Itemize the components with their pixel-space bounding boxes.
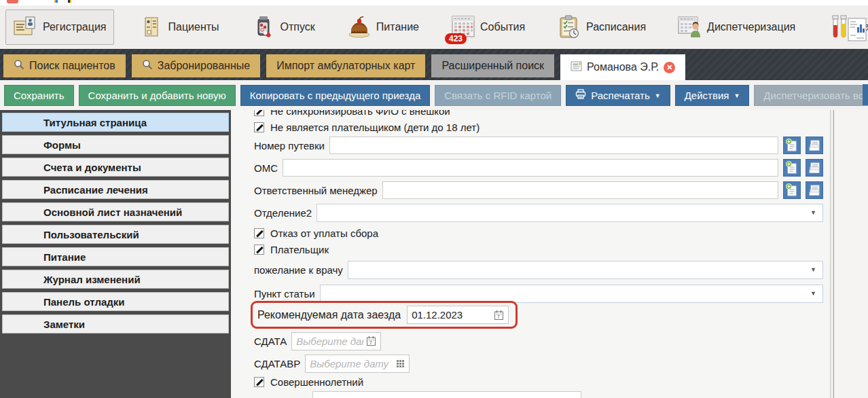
save-button[interactable]: Сохранить (4, 85, 74, 106)
chevron-down-icon: ▼ (810, 209, 816, 216)
sidebar-item-label: Заметки (43, 319, 85, 330)
manager-input[interactable] (382, 181, 778, 199)
recommended-date-input[interactable]: 7 (407, 306, 509, 324)
patients-icon (139, 14, 164, 41)
form-row: Номер путевки (254, 136, 823, 155)
content-area: Титульная страница Формы Счета и докумен… (0, 110, 868, 398)
sidebar-item-label: Расписание лечения (43, 184, 148, 196)
sidebar-item-debug-panel[interactable]: Панель отладки (2, 292, 229, 311)
dispatch-all-button[interactable]: Диспетчеризовать все (754, 85, 868, 106)
chrome-icon-fragment (54, 0, 58, 3)
form-row: СДАТА 7 (254, 331, 823, 350)
sidebar-item-title-page[interactable]: Титульная страница (2, 113, 229, 132)
toolbar-item-patients[interactable]: Пациенты (132, 10, 226, 44)
not-payer-checkbox[interactable] (254, 122, 264, 132)
sidebar-item-label: Панель отладки (43, 296, 125, 308)
link-rfid-button[interactable]: Связать с RFID картой (435, 85, 561, 106)
article-dropdown[interactable]: ▼ (320, 285, 823, 303)
toolbar-item-registration[interactable]: Регистрация (5, 10, 114, 45)
tab-advanced-search[interactable]: Расширенный поиск (431, 54, 554, 77)
tab-import-cards[interactable]: Импорт амбулаторных карт (266, 54, 425, 77)
registration-icon (13, 14, 39, 41)
button-label: Сохранить и добавить новую (88, 90, 226, 101)
save-and-add-button[interactable]: Сохранить и добавить новую (79, 85, 236, 106)
doctor-wish-dropdown[interactable]: ▼ (348, 261, 823, 279)
tab-reserved[interactable]: Забронированные (132, 54, 260, 77)
actions-menu-button[interactable]: Действия ▼ (675, 85, 750, 106)
toolbar-label: События (480, 21, 525, 33)
sdata-input[interactable]: 7 (291, 332, 381, 350)
form-row: Совершеннолетний (254, 376, 823, 388)
button-label: Сохранить (14, 90, 65, 101)
toolbar-item-food[interactable]: Питание (340, 10, 426, 44)
cake-icon (346, 14, 372, 41)
toolbar-item-vacation[interactable]: Отпуск (244, 10, 322, 44)
tab-label: Расширенный поиск (441, 60, 544, 72)
voucher-input[interactable] (329, 137, 778, 154)
sidebar-item-label: Пользовательский (43, 229, 139, 240)
page-sidebar: Титульная страница Формы Счета и докумен… (0, 110, 231, 398)
select-document-button[interactable] (806, 137, 823, 154)
tab-label: Поиск пациентов (29, 60, 115, 72)
print-button[interactable]: Распечатать ▼ (566, 85, 670, 106)
sidebar-item-label: Питание (43, 251, 86, 263)
tab-label: Импорт амбулаторных карт (276, 60, 415, 72)
sidebar-item-custom[interactable]: Пользовательский (2, 225, 229, 244)
tab-label: Романова Э.Р. (587, 61, 659, 73)
add-document-button[interactable] (783, 137, 801, 154)
toolbar-item-schedules[interactable]: Расписания (549, 10, 653, 44)
sidebar-item-label: Титульная страница (43, 117, 147, 128)
select-document-button[interactable] (806, 159, 823, 177)
add-document-button[interactable] (783, 159, 801, 177)
report-icon-partial[interactable] (848, 18, 867, 45)
calendar-icon[interactable]: 7 (494, 310, 504, 321)
form-row: Не синхронизировать ФИО с внешкой (254, 110, 823, 117)
toolbar-label: Расписания (586, 21, 646, 33)
clipboard-icon (556, 14, 582, 41)
grid-icon[interactable] (396, 359, 405, 368)
date-placeholder[interactable] (296, 336, 363, 347)
field-label: ОМС (254, 162, 278, 174)
patient-form: Не синхронизировать ФИО с внешкой Не явл… (231, 110, 830, 398)
payer-checkbox[interactable] (254, 245, 264, 255)
events-calendar-icon: 423 (450, 14, 476, 41)
datetime-placeholder[interactable] (310, 358, 393, 369)
sidebar-item-treatment-schedule[interactable]: Расписание лечения (2, 180, 229, 199)
tab-label: Забронированные (158, 60, 250, 72)
sidebar-item-invoices[interactable]: Счета и документы (2, 158, 229, 177)
events-badge: 423 (445, 33, 467, 44)
oms-input[interactable] (283, 159, 778, 177)
tab-patient-romanova[interactable]: Романова Э.Р. ✕ (560, 54, 685, 80)
toolbar-item-events[interactable]: 423 События (444, 10, 532, 44)
chevron-down-icon: ▼ (810, 290, 816, 297)
form-row: Не является плательщиком (дети до 18 лет… (254, 121, 823, 133)
sidebar-item-notes[interactable]: Заметки (2, 314, 229, 333)
field-label: СДАТА (254, 336, 287, 347)
tab-patient-search[interactable]: Поиск пациентов (3, 54, 126, 77)
toolbar-label: Отпуск (281, 21, 315, 33)
sdatavr-input[interactable] (305, 355, 410, 373)
copy-previous-visit-button[interactable]: Копировать с предыдущего приезда (240, 85, 431, 106)
toolbar-item-dispatch[interactable]: Диспетчеризация (670, 10, 802, 44)
document-icon (571, 61, 582, 74)
fee-refusal-checkbox[interactable] (254, 228, 264, 238)
adult-checkbox[interactable] (254, 377, 264, 387)
sidebar-item-prescriptions[interactable]: Основной лист назначений (2, 202, 229, 221)
department-dropdown[interactable]: ▼ (317, 204, 823, 222)
sync-fio-checkbox[interactable] (254, 110, 264, 116)
close-icon[interactable]: ✕ (664, 62, 675, 73)
pills-icon (251, 14, 276, 41)
clipped-input-fragment[interactable] (312, 391, 581, 398)
date-value[interactable] (412, 309, 491, 321)
field-label: Пункт статьи (254, 288, 315, 300)
search-icon (142, 59, 153, 73)
sidebar-item-changelog[interactable]: Журнал изменений (2, 270, 229, 289)
svg-text:7: 7 (497, 314, 500, 319)
sidebar-item-forms[interactable]: Формы (2, 135, 229, 154)
add-document-button[interactable] (783, 181, 801, 199)
right-side-panel (834, 110, 868, 398)
select-document-button[interactable] (806, 181, 823, 199)
sidebar-item-food[interactable]: Питание (2, 247, 229, 266)
button-label: Действия (685, 90, 729, 101)
calendar-icon[interactable]: 7 (366, 336, 376, 346)
